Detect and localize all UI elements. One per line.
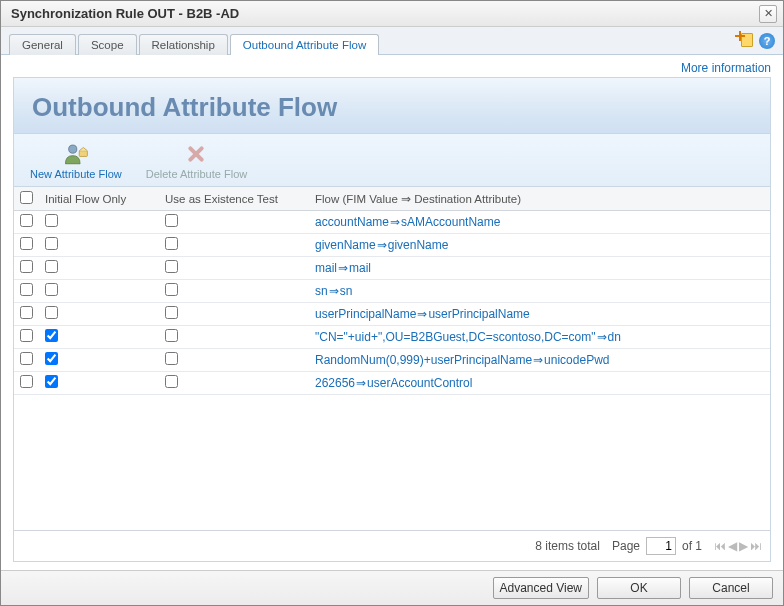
arrow-icon: ⇒ bbox=[376, 238, 388, 252]
new-note-icon[interactable] bbox=[737, 33, 753, 49]
pager-nav: ⏮ ◀ ▶ ⏭ bbox=[714, 539, 762, 553]
existence-test-checkbox[interactable] bbox=[165, 306, 178, 319]
col-initial-flow-only[interactable]: Initial Flow Only bbox=[39, 187, 159, 211]
table-row[interactable]: accountName⇒sAMAccountName bbox=[14, 211, 770, 234]
table-row[interactable]: sn⇒sn bbox=[14, 280, 770, 303]
table-row[interactable]: mail⇒mail bbox=[14, 257, 770, 280]
window-title: Synchronization Rule OUT - B2B -AD bbox=[11, 6, 239, 21]
flow-cell[interactable]: userPrincipalName⇒userPrincipalName bbox=[309, 303, 770, 326]
pager-last-icon[interactable]: ⏭ bbox=[750, 539, 762, 553]
ok-button[interactable]: OK bbox=[597, 577, 681, 599]
flow-destination: mail bbox=[349, 261, 371, 275]
more-information-link[interactable]: More information bbox=[681, 61, 771, 75]
flow-cell[interactable]: accountName⇒sAMAccountName bbox=[309, 211, 770, 234]
flow-cell[interactable]: mail⇒mail bbox=[309, 257, 770, 280]
flow-destination: userAccountControl bbox=[367, 376, 472, 390]
table-row[interactable]: givenName⇒givenName bbox=[14, 234, 770, 257]
existence-test-checkbox[interactable] bbox=[165, 352, 178, 365]
advanced-view-button[interactable]: Advanced View bbox=[493, 577, 590, 599]
existence-test-checkbox[interactable] bbox=[165, 329, 178, 342]
flow-cell[interactable]: 262656⇒userAccountControl bbox=[309, 372, 770, 395]
flow-source: givenName bbox=[315, 238, 376, 252]
flow-destination: dn bbox=[608, 330, 621, 344]
row-select-checkbox[interactable] bbox=[20, 214, 33, 227]
table-row[interactable]: 262656⇒userAccountControl bbox=[14, 372, 770, 395]
col-use-existence-test[interactable]: Use as Existence Test bbox=[159, 187, 309, 211]
tab-relationship[interactable]: Relationship bbox=[139, 34, 228, 55]
titlebar: Synchronization Rule OUT - B2B -AD ✕ bbox=[1, 1, 783, 27]
initial-flow-checkbox[interactable] bbox=[45, 237, 58, 250]
table-row[interactable]: userPrincipalName⇒userPrincipalName bbox=[14, 303, 770, 326]
pager-prev-icon[interactable]: ◀ bbox=[728, 539, 737, 553]
flow-destination: sAMAccountName bbox=[401, 215, 500, 229]
col-flow[interactable]: Flow (FIM Value ⇒ Destination Attribute) bbox=[309, 187, 770, 211]
row-select-checkbox[interactable] bbox=[20, 283, 33, 296]
cancel-button[interactable]: Cancel bbox=[689, 577, 773, 599]
page-box: Page of 1 bbox=[612, 537, 702, 555]
toolbar-icons: ? bbox=[737, 33, 775, 49]
flow-cell[interactable]: RandomNum(0,999)+userPrincipalName⇒unico… bbox=[309, 349, 770, 372]
more-info-row: More information bbox=[1, 55, 783, 77]
flow-destination: sn bbox=[340, 284, 353, 298]
arrow-icon: ⇒ bbox=[416, 307, 428, 321]
flow-cell[interactable]: "CN="+uid+",OU=B2BGuest,DC=scontoso,DC=c… bbox=[309, 326, 770, 349]
initial-flow-checkbox[interactable] bbox=[45, 329, 58, 342]
page-label: Page bbox=[612, 539, 640, 553]
row-select-checkbox[interactable] bbox=[20, 237, 33, 250]
tab-outbound-attribute-flow[interactable]: Outbound Attribute Flow bbox=[230, 34, 379, 55]
existence-test-checkbox[interactable] bbox=[165, 260, 178, 273]
initial-flow-checkbox[interactable] bbox=[45, 260, 58, 273]
delete-attribute-flow-label: Delete Attribute Flow bbox=[146, 168, 248, 180]
svg-point-0 bbox=[69, 145, 77, 153]
new-attribute-flow-label: New Attribute Flow bbox=[30, 168, 122, 180]
initial-flow-checkbox[interactable] bbox=[45, 352, 58, 365]
existence-test-checkbox[interactable] bbox=[165, 237, 178, 250]
arrow-icon: ⇒ bbox=[596, 330, 608, 344]
tab-row: General Scope Relationship Outbound Attr… bbox=[1, 27, 783, 55]
svg-rect-1 bbox=[79, 151, 87, 157]
close-icon: ✕ bbox=[764, 7, 773, 20]
existence-test-checkbox[interactable] bbox=[165, 214, 178, 227]
close-button[interactable]: ✕ bbox=[759, 5, 777, 23]
panel-title: Outbound Attribute Flow bbox=[14, 78, 770, 134]
row-select-checkbox[interactable] bbox=[20, 260, 33, 273]
row-select-checkbox[interactable] bbox=[20, 306, 33, 319]
existence-test-checkbox[interactable] bbox=[165, 375, 178, 388]
flow-source: mail bbox=[315, 261, 337, 275]
table-row[interactable]: RandomNum(0,999)+userPrincipalName⇒unico… bbox=[14, 349, 770, 372]
arrow-icon: ⇒ bbox=[355, 376, 367, 390]
flow-source: RandomNum(0,999)+userPrincipalName bbox=[315, 353, 532, 367]
tab-scope[interactable]: Scope bbox=[78, 34, 137, 55]
tab-general[interactable]: General bbox=[9, 34, 76, 55]
help-icon[interactable]: ? bbox=[759, 33, 775, 49]
page-of-label: of 1 bbox=[682, 539, 702, 553]
flow-destination: unicodePwd bbox=[544, 353, 609, 367]
initial-flow-checkbox[interactable] bbox=[45, 283, 58, 296]
dialog-window: Synchronization Rule OUT - B2B -AD ✕ Gen… bbox=[0, 0, 784, 606]
delete-x-icon bbox=[182, 142, 210, 166]
flow-cell[interactable]: sn⇒sn bbox=[309, 280, 770, 303]
row-select-checkbox[interactable] bbox=[20, 329, 33, 342]
existence-test-checkbox[interactable] bbox=[165, 283, 178, 296]
items-total-label: 8 items total bbox=[535, 539, 600, 553]
row-select-checkbox[interactable] bbox=[20, 375, 33, 388]
pager: 8 items total Page of 1 ⏮ ◀ ▶ ⏭ bbox=[14, 530, 770, 561]
new-attribute-flow-button[interactable]: New Attribute Flow bbox=[30, 142, 122, 180]
initial-flow-checkbox[interactable] bbox=[45, 306, 58, 319]
pager-first-icon[interactable]: ⏮ bbox=[714, 539, 726, 553]
attribute-flow-table: Initial Flow Only Use as Existence Test … bbox=[14, 187, 770, 395]
user-add-icon bbox=[62, 142, 90, 166]
table-row[interactable]: "CN="+uid+",OU=B2BGuest,DC=scontoso,DC=c… bbox=[14, 326, 770, 349]
pager-next-icon[interactable]: ▶ bbox=[739, 539, 748, 553]
attribute-flow-grid: Initial Flow Only Use as Existence Test … bbox=[14, 187, 770, 530]
arrow-icon: ⇒ bbox=[532, 353, 544, 367]
select-all-checkbox[interactable] bbox=[20, 191, 33, 204]
flow-cell[interactable]: givenName⇒givenName bbox=[309, 234, 770, 257]
page-number-input[interactable] bbox=[646, 537, 676, 555]
delete-attribute-flow-button: Delete Attribute Flow bbox=[146, 142, 248, 180]
initial-flow-checkbox[interactable] bbox=[45, 214, 58, 227]
row-select-checkbox[interactable] bbox=[20, 352, 33, 365]
flow-destination: givenName bbox=[388, 238, 449, 252]
initial-flow-checkbox[interactable] bbox=[45, 375, 58, 388]
dialog-button-bar: Advanced View OK Cancel bbox=[1, 570, 783, 605]
